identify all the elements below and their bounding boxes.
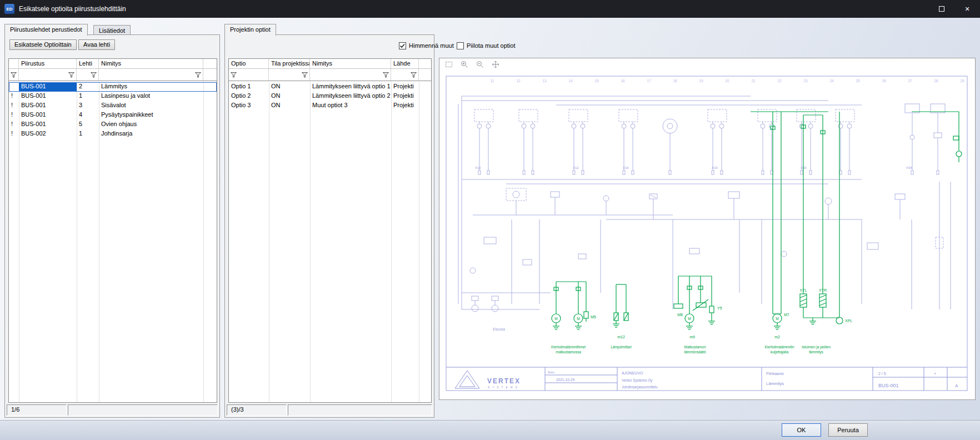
maximize-icon <box>939 6 944 12</box>
filter-funnel-icon[interactable] <box>302 72 308 78</box>
sheets-table-body: BUS-001 2 Lämmitys ! BUS-001 1 Lasinpesu… <box>9 82 217 402</box>
col-nimitys: Nimitys <box>310 59 391 68</box>
svg-text:Suun.: Suun. <box>548 371 555 374</box>
cell-tila: ON <box>269 82 310 92</box>
svg-text:14: 14 <box>568 79 573 83</box>
svg-text:24: 24 <box>829 79 834 83</box>
filter-cell <box>19 69 77 81</box>
dim-others-checkbox[interactable]: Himmennä muut <box>399 41 454 50</box>
zoom-out-icon[interactable] <box>475 59 485 69</box>
svg-text:17: 17 <box>647 79 651 83</box>
revision: A <box>955 383 958 388</box>
sheet-frame <box>446 76 967 391</box>
cell-nimitys: Lasinpesu ja valot <box>99 92 203 101</box>
tab-piirustuslehdet-perustiedot[interactable]: Piirustuslehdet perustiedot <box>4 24 88 36</box>
ok-button[interactable]: OK <box>782 423 821 437</box>
svg-text:Istuimen ja peilien: Istuimen ja peilien <box>802 345 831 349</box>
svg-text:X30: X30 <box>801 166 807 169</box>
cell-piirustus: BUS-001 <box>19 82 77 92</box>
cell-flag: ! <box>9 111 19 120</box>
close-button[interactable]: ✕ <box>954 0 980 18</box>
cell-lehti: 1 <box>77 129 99 139</box>
filter-cell <box>99 69 203 81</box>
sheets-count: 1/6 <box>7 404 67 416</box>
svg-text:M8: M8 <box>677 313 683 317</box>
sheets-statusbar: 1/6 <box>7 404 218 416</box>
window-title: Esikatsele optioita piirustuslehdittäin <box>19 5 126 13</box>
preview-by-option-button[interactable]: Esikatsele Optioittain <box>9 39 77 50</box>
filter-cell <box>269 69 310 81</box>
filter-cell <box>310 69 391 81</box>
svg-text:11: 11 <box>491 79 494 83</box>
cell-lehti: 4 <box>77 111 99 120</box>
zoom-window-icon[interactable] <box>444 59 454 69</box>
table-row[interactable]: BUS-001 2 Lämmitys <box>9 82 217 92</box>
schematic-drawing[interactable]: 1112 1314 1516 1718 1920 2122 2324 2526 … <box>439 71 975 399</box>
table-row[interactable]: Optio 3 ON Muut optiot 3 Projekti <box>229 101 431 111</box>
title-block: VERTEX S Y S T E M S Suun. 2021-10-29 AJ… <box>446 367 967 391</box>
dialog-content: Piirustuslehdet perustiedot Lisätiedot E… <box>0 18 980 440</box>
preview-toolbar <box>439 58 975 71</box>
table-row[interactable]: ! BUS-001 5 Ovien ohjaus <box>9 120 217 129</box>
table-row[interactable]: ! BUS-001 1 Lasinpesu ja valot <box>9 92 217 101</box>
svg-text:X34: X34 <box>906 166 912 169</box>
cell-lehti: 1 <box>77 92 99 101</box>
cell-optio: Optio 2 <box>229 92 269 101</box>
table-row[interactable]: ! BUS-001 4 Pysäytyspainikkeet <box>9 111 217 120</box>
cell-nimitys: Pysäytyspainikkeet <box>99 111 203 120</box>
cell-nimitys: Muut optiot 3 <box>310 101 391 111</box>
svg-text:25: 25 <box>856 79 860 83</box>
filter-funnel-icon[interactable] <box>91 72 97 78</box>
options-panel: Optio Tila projektissa Nimitys Lähde <box>224 34 434 418</box>
svg-text:S Y S T E M S: S Y S T E M S <box>488 386 518 389</box>
svg-text:26: 26 <box>882 79 886 83</box>
options-table-body: Optio 1 ON Lämmitykseen liittyvä optio 1… <box>229 82 431 402</box>
svg-text:XPL: XPL <box>845 319 852 323</box>
zoom-in-icon[interactable] <box>459 59 469 69</box>
close-icon: ✕ <box>964 6 969 13</box>
cell-piirustus: BUS-001 <box>19 120 77 129</box>
drawing-number: BUS-001 <box>878 383 899 388</box>
table-row[interactable]: ! BUS-001 3 Sisävalot <box>9 101 217 111</box>
sheets-panel: Esikatsele Optioittain Avaa lehti Piirus… <box>4 34 220 418</box>
filter-funnel-icon[interactable] <box>11 72 17 78</box>
cancel-button[interactable]: Peruuta <box>828 423 868 437</box>
svg-text:X10: X10 <box>475 166 481 169</box>
cell-lehti: 2 <box>77 82 99 92</box>
col-filler <box>203 59 217 68</box>
checkbox-box-unchecked <box>457 42 464 49</box>
cell-optio: Optio 3 <box>229 101 269 111</box>
svg-text:20: 20 <box>725 79 729 83</box>
cell-nimitys: Johdinsarja <box>99 129 203 139</box>
titlebar[interactable]: ED Esikatsele optioita piirustuslehdittä… <box>0 0 980 18</box>
filter-funnel-icon[interactable] <box>231 72 237 78</box>
filter-cell <box>9 69 19 81</box>
cell-lahde: Projekti <box>391 82 419 92</box>
maximize-button[interactable] <box>929 0 954 18</box>
statusbar-filler <box>288 404 432 416</box>
filter-funnel-icon[interactable] <box>195 72 201 78</box>
filter-funnel-icon[interactable] <box>383 72 389 78</box>
cell-lahde: Projekti <box>391 92 419 101</box>
hide-others-checkbox[interactable]: Piilota muut optiot <box>457 41 515 50</box>
hide-others-label: Piilota muut optiot <box>467 42 515 49</box>
pan-icon[interactable] <box>491 59 501 69</box>
table-row[interactable]: Optio 2 ON Lämmitykseen liittyvä optio 2… <box>229 92 431 101</box>
svg-text:Piirikaavio: Piirikaavio <box>766 372 784 376</box>
filter-funnel-icon[interactable] <box>68 72 74 78</box>
table-row[interactable]: ! BUS-002 1 Johdinsarja <box>9 129 217 139</box>
svg-text:X19: X19 <box>712 166 718 169</box>
table-row[interactable]: Optio 1 ON Lämmitykseen liittyvä optio 1… <box>229 82 431 92</box>
cell-tila: ON <box>269 92 310 101</box>
col-piirustus: Piirustus <box>19 59 77 68</box>
cell-optio: Optio 1 <box>229 82 269 92</box>
cell-nimitys: Ovien ohjaus <box>99 120 203 129</box>
filter-funnel-icon[interactable] <box>411 72 417 78</box>
open-sheet-button[interactable]: Avaa lehti <box>78 39 115 50</box>
svg-text:kuljettajalla: kuljettajalla <box>771 350 789 354</box>
cell-piirustus: BUS-001 <box>19 101 77 111</box>
cell-lehti: 3 <box>77 101 99 111</box>
col-flag <box>9 59 19 68</box>
schematic-purple-layer <box>458 96 951 312</box>
tab-projektin-optiot[interactable]: Projektin optiot <box>224 24 276 36</box>
